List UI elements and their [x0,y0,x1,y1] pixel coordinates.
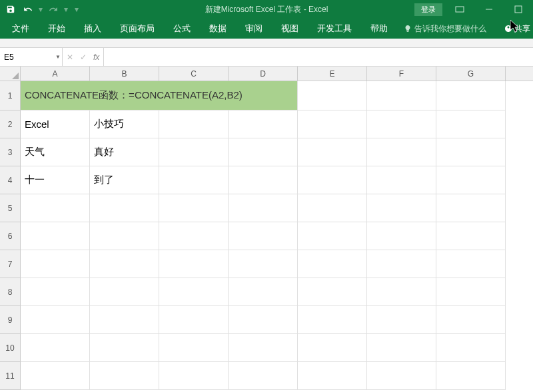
tab-developer[interactable]: 开发工具 [308,19,361,39]
cell[interactable] [159,306,229,334]
cell[interactable] [159,278,229,306]
cell[interactable] [229,138,298,166]
cell[interactable] [90,250,159,278]
cell[interactable] [229,306,298,334]
cell[interactable] [90,278,159,306]
qat-customize-icon[interactable]: ▾ [75,5,79,14]
cell[interactable] [436,222,506,250]
cell[interactable] [367,250,436,278]
cell[interactable] [367,334,436,362]
tab-data[interactable]: 数据 [200,19,236,39]
login-button[interactable]: 登录 [414,3,442,16]
cell[interactable] [229,166,298,194]
cell[interactable] [298,110,367,138]
tab-formulas[interactable]: 公式 [164,19,200,39]
cell[interactable] [298,334,367,362]
cell[interactable] [436,81,506,110]
fx-icon[interactable]: fx [93,53,99,62]
tell-me-search[interactable]: 告诉我你想要做什么 [404,23,486,35]
save-icon[interactable] [3,1,19,17]
cell[interactable] [21,334,90,362]
cell-a4[interactable]: 十一 [21,166,90,194]
cell[interactable] [436,138,506,166]
cell[interactable] [229,278,298,306]
cell[interactable] [367,166,436,194]
cell-a3[interactable]: 天气 [21,138,90,166]
row-header-10[interactable]: 10 [0,334,21,362]
cell[interactable] [436,110,506,138]
row-header-4[interactable]: 4 [0,166,21,194]
cell[interactable] [436,166,506,194]
cell[interactable] [367,306,436,334]
cell[interactable] [21,194,90,222]
tab-help[interactable]: 帮助 [361,19,397,39]
ribbon-display-icon[interactable] [448,1,472,17]
cell[interactable] [298,362,367,390]
cell[interactable] [90,222,159,250]
col-header-g[interactable]: G [436,67,506,81]
tab-insert[interactable]: 插入 [75,19,111,39]
cell[interactable] [90,334,159,362]
cell[interactable] [436,362,506,390]
row-header-7[interactable]: 7 [0,250,21,278]
minimize-icon[interactable] [477,1,501,17]
col-header-b[interactable]: B [90,67,159,81]
select-all-corner[interactable] [0,67,21,81]
col-header-d[interactable]: D [229,67,298,81]
cell[interactable] [367,278,436,306]
cell[interactable] [159,222,229,250]
row-header-11[interactable]: 11 [0,362,21,390]
share-button[interactable]: 共享 [504,23,530,35]
row-header-1[interactable]: 1 [0,81,21,110]
cancel-formula-icon[interactable]: ✕ [67,53,73,62]
cell[interactable] [159,110,229,138]
col-header-f[interactable]: F [367,67,436,81]
cell[interactable] [367,138,436,166]
cell[interactable] [367,194,436,222]
tab-view[interactable]: 视图 [272,19,308,39]
cell[interactable] [298,194,367,222]
row-header-2[interactable]: 2 [0,110,21,138]
row-header-5[interactable]: 5 [0,194,21,222]
cell[interactable] [21,222,90,250]
cell[interactable] [21,278,90,306]
name-box-dropdown-icon[interactable]: ▼ [55,54,61,60]
name-box[interactable]: E5 ▼ [0,48,63,66]
tab-file[interactable]: 文件 [3,19,39,39]
col-header-e[interactable]: E [298,67,367,81]
cell-a1-merged[interactable]: CONCATENATE函数：=CONCATENATE(A2,B2) [21,81,298,110]
cell[interactable] [21,250,90,278]
row-header-9[interactable]: 9 [0,306,21,334]
cell[interactable] [298,138,367,166]
cell[interactable] [159,138,229,166]
cell-a2[interactable]: Excel [21,110,90,138]
cell[interactable] [436,250,506,278]
col-header-c[interactable]: C [159,67,229,81]
cell[interactable] [298,278,367,306]
cell[interactable] [229,194,298,222]
row-header-8[interactable]: 8 [0,278,21,306]
redo-icon[interactable] [45,1,61,17]
cell[interactable] [298,166,367,194]
cell[interactable] [159,334,229,362]
cell[interactable] [298,250,367,278]
row-header-6[interactable]: 6 [0,222,21,250]
cell[interactable] [436,306,506,334]
cell[interactable] [21,362,90,390]
accept-formula-icon[interactable]: ✓ [80,53,87,62]
tab-home[interactable]: 开始 [39,19,75,39]
cell[interactable] [298,222,367,250]
cell[interactable] [229,250,298,278]
cell-b2[interactable]: 小技巧 [90,110,159,138]
cell[interactable] [90,194,159,222]
cell[interactable] [229,362,298,390]
cell[interactable] [159,362,229,390]
cell[interactable] [298,306,367,334]
cell[interactable] [159,194,229,222]
cell[interactable] [436,194,506,222]
tab-review[interactable]: 审阅 [236,19,272,39]
row-header-3[interactable]: 3 [0,138,21,166]
cell[interactable] [229,110,298,138]
cell[interactable] [159,250,229,278]
cell[interactable] [159,166,229,194]
